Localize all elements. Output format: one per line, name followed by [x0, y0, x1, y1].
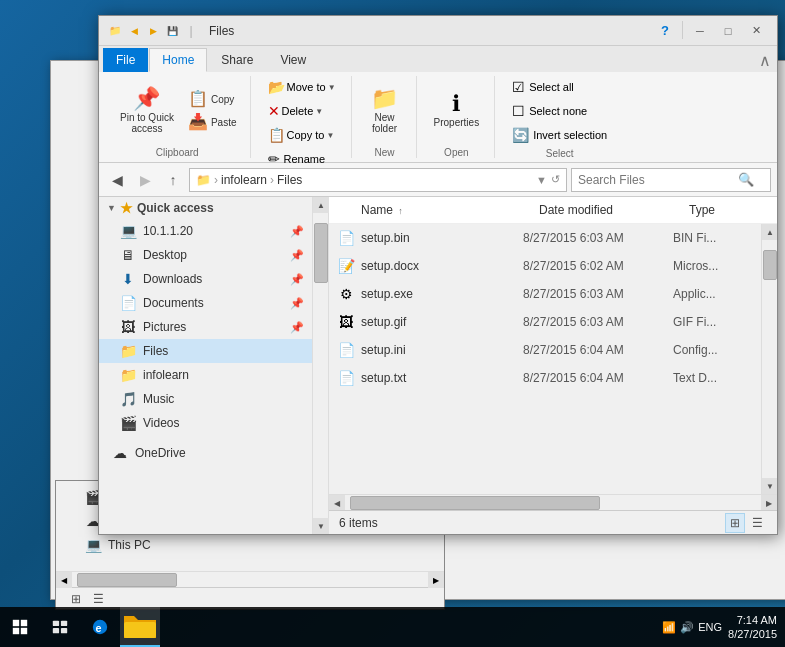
- copy-btn[interactable]: 📋 Copy: [183, 88, 242, 110]
- file-icon-2: ⚙: [337, 285, 355, 303]
- copy-to-btn[interactable]: 📋 Copy to ▼: [261, 124, 342, 146]
- svg-rect-0: [13, 620, 19, 626]
- col-name-header[interactable]: Name ↑: [361, 203, 539, 217]
- file-explorer-taskbar-btn[interactable]: [120, 607, 160, 647]
- sidebar-item-desktop[interactable]: 🖥 Desktop 📌: [99, 243, 312, 267]
- hscroll-thumb: [350, 496, 600, 510]
- move-to-btn[interactable]: 📂 Move to ▼: [261, 76, 343, 98]
- path-infolearn[interactable]: infolearn: [221, 173, 267, 187]
- delete-btn[interactable]: ✕ Delete ▼: [261, 100, 331, 122]
- file-item-0[interactable]: 📄 setup.bin 8/27/2015 6:03 AM BIN Fi...: [329, 224, 761, 252]
- hscroll-right[interactable]: ▶: [761, 495, 777, 511]
- file-type-2: Applic...: [673, 287, 753, 301]
- file-list-scrollbar[interactable]: ▲ ▼: [761, 224, 777, 494]
- properties-btn[interactable]: ℹ Properties: [427, 88, 487, 133]
- copyto-arrow: ▼: [326, 131, 334, 140]
- pin-indicator-2: 📌: [290, 273, 304, 286]
- select-all-btn[interactable]: ☑ Select all: [505, 76, 581, 98]
- file-scroll-down[interactable]: ▼: [762, 478, 777, 494]
- path-dropdown-btn[interactable]: ▼: [536, 174, 547, 186]
- task-view-btn[interactable]: [40, 607, 80, 647]
- nav-scroll-down[interactable]: ▼: [313, 518, 329, 534]
- bg-scroll-left[interactable]: ◀: [56, 572, 72, 588]
- properties-label: Properties: [434, 117, 480, 128]
- sidebar-item-onedrive[interactable]: ☁ OneDrive: [99, 441, 312, 465]
- invert-selection-btn[interactable]: 🔄 Invert selection: [505, 124, 614, 146]
- sidebar-item-downloads[interactable]: ⬇ Downloads 📌: [99, 267, 312, 291]
- select-none-btn[interactable]: ☐ Select none: [505, 100, 594, 122]
- file-scroll-up[interactable]: ▲: [762, 224, 777, 240]
- tab-file[interactable]: File: [103, 48, 148, 72]
- list-view-btn[interactable]: ☰: [747, 513, 767, 533]
- file-item-2[interactable]: ⚙ setup.exe 8/27/2015 6:03 AM Applic...: [329, 280, 761, 308]
- search-input[interactable]: [578, 173, 738, 187]
- nav-scroll-up[interactable]: ▲: [313, 197, 329, 213]
- file-item-5[interactable]: 📄 setup.txt 8/27/2015 6:04 AM Text D...: [329, 364, 761, 392]
- file-item-1[interactable]: 📝 setup.docx 8/27/2015 6:02 AM Micros...: [329, 252, 761, 280]
- file-scroll-thumb: [763, 250, 777, 280]
- tab-home[interactable]: Home: [149, 48, 207, 72]
- sidebar-item-1020[interactable]: 💻 10.1.1.20 📌: [99, 219, 312, 243]
- newfolder-label: New folder: [372, 112, 397, 134]
- path-files[interactable]: Files: [277, 173, 302, 187]
- back-btn[interactable]: ◀: [105, 168, 129, 192]
- open-label: Open: [444, 145, 468, 158]
- close-button[interactable]: ✕: [743, 21, 769, 41]
- col-type-header[interactable]: Type: [689, 203, 769, 217]
- bg-list-view-btn[interactable]: ☰: [88, 589, 108, 609]
- address-path[interactable]: 📁 › infolearn › Files ▼ ↺: [189, 168, 567, 192]
- sidebar-item-music[interactable]: 🎵 Music: [99, 387, 312, 411]
- file-icon-1: 📝: [337, 257, 355, 275]
- pictures-icon: 🖼: [119, 318, 137, 336]
- file-date-4: 8/27/2015 6:04 AM: [523, 343, 673, 357]
- taskbar: e 📶 🔊 ENG 7:14 AM 8/27/2015: [0, 607, 785, 647]
- open-btns: ℹ Properties: [427, 76, 487, 145]
- sidebar-item-documents[interactable]: 📄 Documents 📌: [99, 291, 312, 315]
- refresh-btn[interactable]: ↺: [551, 173, 560, 186]
- up-btn[interactable]: ↑: [161, 168, 185, 192]
- bg-nav-thispc[interactable]: 💻 This PC: [64, 533, 436, 557]
- paste-btn[interactable]: 📥 Paste: [183, 111, 242, 133]
- ribbon-collapse-btn[interactable]: ∧: [753, 49, 777, 72]
- pin-indicator-1: 📌: [290, 249, 304, 262]
- col-date-header[interactable]: Date modified: [539, 203, 689, 217]
- copyto-icon: 📋: [268, 127, 285, 143]
- paste-label: Paste: [211, 117, 237, 128]
- folder-taskbar-icon: [120, 606, 160, 646]
- bg-details-view-btn[interactable]: ⊞: [66, 589, 86, 609]
- bg-view-icons: ⊞ ☰: [56, 587, 444, 609]
- clipboard-group: 📌 Pin to Quick access 📋 Copy 📥 Paste: [105, 76, 251, 158]
- file-date-2: 8/27/2015 6:03 AM: [523, 287, 673, 301]
- tab-share[interactable]: Share: [208, 48, 266, 72]
- divider-title: |: [183, 23, 199, 39]
- file-item-3[interactable]: 🖼 setup.gif 8/27/2015 6:03 AM GIF Fi...: [329, 308, 761, 336]
- nav-pane-scrollbar[interactable]: ▲ ▼: [312, 197, 328, 534]
- quick-access-header[interactable]: ▼ ★ Quick access: [99, 197, 312, 219]
- search-box[interactable]: 🔍: [571, 168, 771, 192]
- bg-horiz-scrollbar[interactable]: ◀ ▶: [56, 571, 444, 587]
- start-button[interactable]: [0, 607, 40, 647]
- sidebar-item-infolearn[interactable]: 📁 infolearn: [99, 363, 312, 387]
- pin-to-quickaccess-btn[interactable]: 📌 Pin to Quick access: [113, 83, 181, 139]
- forward-btn: ▶: [133, 168, 157, 192]
- maximize-button[interactable]: □: [715, 21, 741, 41]
- file-item-4[interactable]: 📄 setup.ini 8/27/2015 6:04 AM Config...: [329, 336, 761, 364]
- help-button[interactable]: ?: [652, 21, 678, 41]
- bg-scroll-right[interactable]: ▶: [428, 572, 444, 588]
- hscroll-left[interactable]: ◀: [329, 495, 345, 511]
- svg-rect-4: [53, 621, 59, 626]
- copy-icon: 📋: [188, 91, 208, 107]
- sidebar-item-pictures[interactable]: 🖼 Pictures 📌: [99, 315, 312, 339]
- sidebar-item-videos[interactable]: 🎬 Videos: [99, 411, 312, 435]
- tab-view[interactable]: View: [267, 48, 319, 72]
- svg-rect-6: [53, 628, 59, 633]
- details-view-btn[interactable]: ⊞: [725, 513, 745, 533]
- videos-nav-icon: 🎬: [119, 414, 137, 432]
- minimize-button[interactable]: ─: [687, 21, 713, 41]
- new-folder-btn[interactable]: 📁 New folder: [362, 83, 408, 139]
- file-horiz-scrollbar[interactable]: ◀ ▶: [329, 494, 777, 510]
- file-icon-4: 📄: [337, 341, 355, 359]
- sidebar-item-files[interactable]: 📁 Files: [99, 339, 312, 363]
- edge-browser-btn[interactable]: e: [80, 607, 120, 647]
- taskbar-system-icons: 📶 🔊 ENG: [662, 621, 722, 634]
